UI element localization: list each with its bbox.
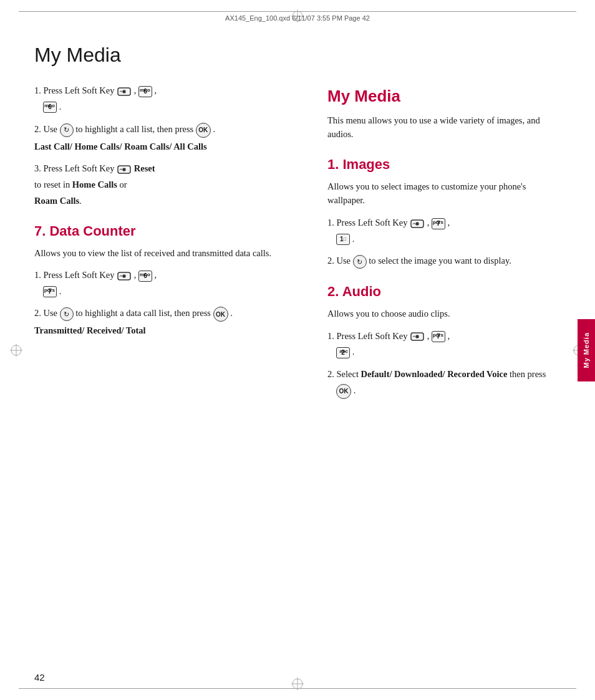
key-7pqrs-2: 7pqrs xyxy=(432,218,445,229)
audio-item-1-text2: 2abc . xyxy=(327,345,561,359)
nav-icon-1: ↻ xyxy=(60,123,74,137)
images-heading: 1. Images xyxy=(327,154,561,175)
svg-rect-17 xyxy=(123,275,125,277)
data-counter-desc: Allows you to view the list of received … xyxy=(34,246,302,260)
images-item-2: 2. Use ↻ to select the image you want to… xyxy=(327,254,561,269)
key-6mno-1: 6mno xyxy=(138,86,152,97)
nav-icon-3: ↻ xyxy=(353,255,367,269)
right-column: My Media This menu allows you to use a w… xyxy=(327,84,561,669)
page-header: AX145_Eng_100.qxd 6/11/07 3:55 PM Page 4… xyxy=(19,11,576,25)
ok-icon-2: OK xyxy=(213,307,228,322)
left-item-1: 1. Press Left Soft Key , 6mno , 6mno xyxy=(34,84,302,114)
header-text: AX145_Eng_100.qxd 6/11/07 3:55 PM Page 4… xyxy=(19,14,576,22)
svg-rect-21 xyxy=(416,335,418,338)
audio-desc: Allows you to choose audio clips. xyxy=(327,307,561,320)
key-7pqrs-3: 7pqrs xyxy=(432,331,445,342)
reg-mark-left xyxy=(9,343,24,358)
page-number: 42 xyxy=(34,672,45,683)
svg-rect-13 xyxy=(123,90,125,93)
key-1: 1□ xyxy=(336,234,350,245)
images-item-1: 1. Press Left Soft Key , 7pqrs , 1□ xyxy=(327,216,561,246)
left-item-3: 3. Press Left Soft Key Reset to reset in… xyxy=(34,162,302,208)
side-tab: My Media xyxy=(578,319,595,381)
audio-item-2-text: 2. Select Default/ Downloaded/ Recorded … xyxy=(327,368,561,381)
ok-icon-3: OK xyxy=(336,384,351,399)
audio-item-1: 1. Press Left Soft Key , 7pqrs , 2abc xyxy=(327,330,561,360)
key-6mno-2: 6mno xyxy=(43,102,57,113)
left-item-2: 2. Use ↻ to highlight a call list, then … xyxy=(34,123,302,154)
data-counter-item-2: 2. Use ↻ to highlight a data call list, … xyxy=(34,307,302,338)
reg-mark-bottom xyxy=(290,676,305,691)
soft-key-icon-1 xyxy=(117,86,131,97)
audio-heading: 2. Audio xyxy=(327,281,561,302)
images-desc: Allows you to select images to customize… xyxy=(327,180,561,208)
soft-key-icon-2 xyxy=(117,164,131,175)
left-item-1-text2: 6mno . xyxy=(34,100,302,114)
audio-item-1-text: 1. Press Left Soft Key , 7pqrs , xyxy=(327,330,561,343)
audio-item-2: 2. Select Default/ Downloaded/ Recorded … xyxy=(327,368,561,399)
dc-item-1-text2: 7pqrs . xyxy=(34,285,302,299)
soft-key-icon-3 xyxy=(117,271,131,282)
nav-icon-2: ↻ xyxy=(60,307,74,321)
key-2abc: 2abc xyxy=(336,347,350,358)
img-item-2-text: 2. Use ↻ to select the image you want to… xyxy=(327,254,561,269)
left-column: 1. Press Left Soft Key , 6mno , 6mno xyxy=(34,84,302,669)
left-item-3-text3: Roam Calls. xyxy=(34,194,302,208)
two-column-layout: 1. Press Left Soft Key , 6mno , 6mno xyxy=(34,84,561,669)
left-item-2-bold: Last Call/ Home Calls/ Roam Calls/ All C… xyxy=(34,140,302,154)
my-media-desc: This menu allows you to use a wide varie… xyxy=(327,113,561,141)
ok-icon-1: OK xyxy=(196,123,211,138)
dc-item-2-text: 2. Use ↻ to highlight a data call list, … xyxy=(34,307,302,322)
soft-key-icon-5 xyxy=(410,331,424,342)
page-title: My Media xyxy=(34,44,561,67)
svg-rect-19 xyxy=(416,223,418,225)
main-content: My Media 1. Press Left Soft Key , xyxy=(34,31,561,669)
left-item-2-text: 2. Use ↻ to highlight a call list, then … xyxy=(34,123,302,138)
data-counter-item-1: 1. Press Left Soft Key , 6mno , 7pqrs xyxy=(34,269,302,299)
my-media-right-heading: My Media xyxy=(327,84,561,108)
dc-item-2-bold: Transmitted/ Received/ Total xyxy=(34,324,302,338)
soft-key-icon-4 xyxy=(410,218,424,229)
key-6mno-3: 6mno xyxy=(138,271,152,282)
left-item-3-text2: to reset in Home Calls or xyxy=(34,178,302,192)
left-item-3-text: 3. Press Left Soft Key Reset xyxy=(34,162,302,176)
svg-rect-15 xyxy=(123,168,125,171)
img-item-1-text: 1. Press Left Soft Key , 7pqrs , xyxy=(327,216,561,230)
key-7pqrs-1: 7pqrs xyxy=(43,286,57,297)
img-item-1-text2: 1□ . xyxy=(327,233,561,246)
side-tab-label: My Media xyxy=(583,332,590,368)
dc-item-1-text: 1. Press Left Soft Key , 6mno , xyxy=(34,269,302,282)
page-border-bottom xyxy=(19,688,576,689)
audio-item-2-ok: OK . xyxy=(327,384,561,399)
left-item-1-text: 1. Press Left Soft Key , 6mno , xyxy=(34,84,302,98)
data-counter-heading: 7. Data Counter xyxy=(34,221,302,241)
